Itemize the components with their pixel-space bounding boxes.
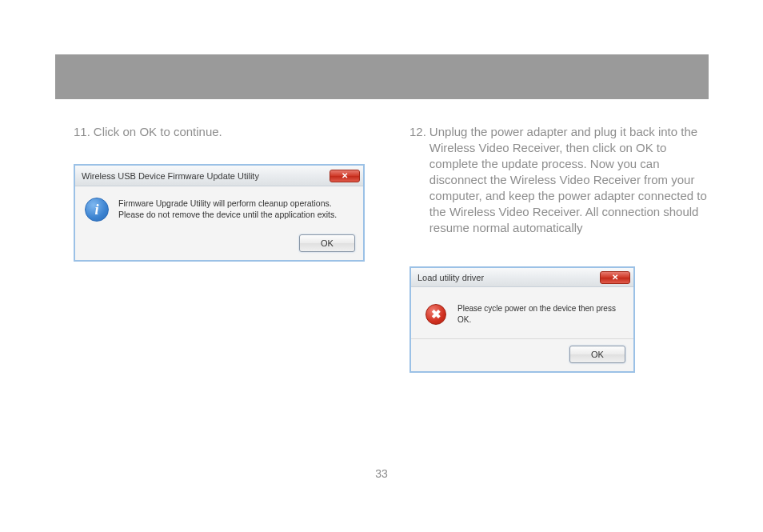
step-number: 12.	[409, 124, 426, 236]
ok-label: OK	[591, 350, 604, 359]
step-11: 11. Click on OK to continue.	[74, 124, 378, 140]
close-icon: ✕	[342, 172, 348, 180]
dialog-load-driver: Load utility driver ✕ ✖ Please cycle pow…	[409, 266, 635, 373]
left-column: 11. Click on OK to continue. Wireless US…	[74, 124, 378, 373]
dialog-body: i Firmware Upgrade Utility will perform …	[75, 186, 363, 230]
page-number: 33	[0, 467, 763, 480]
dialog-titlebar: Wireless USB Device Firmware Update Util…	[75, 166, 363, 186]
dialog-firmware-update: Wireless USB Device Firmware Update Util…	[74, 164, 365, 262]
ok-button[interactable]: OK	[569, 346, 625, 363]
page-content: 11. Click on OK to continue. Wireless US…	[74, 124, 713, 373]
close-icon: ✕	[612, 274, 618, 282]
dialog-body: ✖ Please cycle power on the device then …	[411, 287, 633, 338]
dialog-message: Please cycle power on the device then pr…	[457, 303, 624, 326]
dialog-footer: OK	[75, 230, 363, 260]
ok-button[interactable]: OK	[299, 234, 355, 252]
ok-label: OK	[321, 238, 334, 248]
step-number: 11.	[74, 124, 90, 140]
step-text: Click on OK to continue.	[94, 124, 378, 140]
error-icon: ✖	[425, 304, 446, 325]
dialog-message: Firmware Upgrade Utility will perform cl…	[118, 198, 354, 220]
dialog-titlebar: Load utility driver ✕	[411, 268, 633, 287]
close-button[interactable]: ✕	[600, 271, 630, 284]
step-text: Unplug the power adapter and plug it bac…	[429, 124, 713, 236]
dialog-title: Load utility driver	[417, 273, 484, 282]
header-band	[55, 54, 709, 99]
step-12: 12. Unplug the power adapter and plug it…	[409, 124, 713, 236]
dialog-title: Wireless USB Device Firmware Update Util…	[82, 171, 330, 181]
right-column: 12. Unplug the power adapter and plug it…	[409, 124, 713, 373]
dialog-footer: OK	[411, 338, 633, 371]
close-button[interactable]: ✕	[330, 170, 360, 182]
info-icon: i	[85, 198, 109, 222]
